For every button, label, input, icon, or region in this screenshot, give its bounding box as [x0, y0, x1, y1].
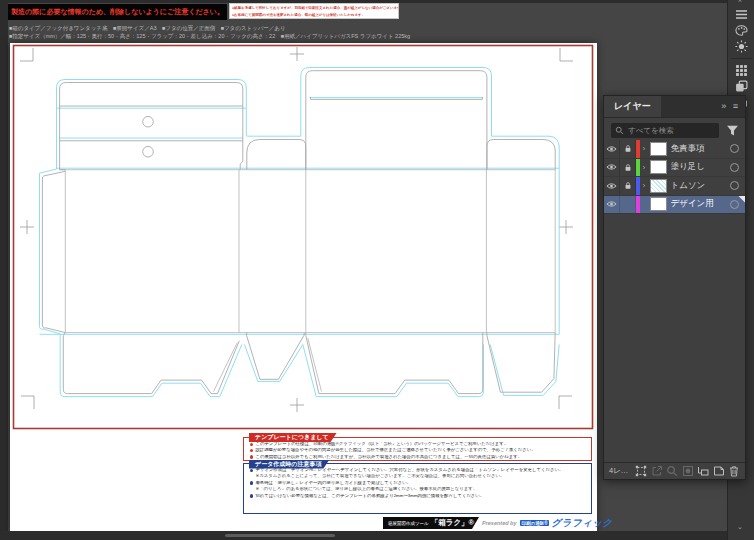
layer-row-tomson[interactable]: › トムソン: [604, 177, 745, 196]
layer-color-bar: [636, 196, 640, 214]
target-circle[interactable]: [730, 144, 739, 153]
layers-panel-header: レイヤー » ≡: [604, 96, 745, 118]
filter-icon[interactable]: [726, 124, 739, 137]
new-layer-button[interactable]: [713, 465, 725, 477]
visibility-toggle[interactable]: [604, 140, 620, 158]
template-bullet: このテンプレートの仕様は、印刷の通販®グラフィック（以下「当社」という）のパッケ…: [250, 442, 591, 447]
collect-for-export-button[interactable]: [635, 465, 647, 477]
layer-row-menseki[interactable]: › 免責事項: [604, 140, 745, 159]
layer-name[interactable]: 塗り足し: [671, 161, 731, 173]
target-circle[interactable]: [730, 200, 739, 209]
hook-hole: [143, 116, 154, 127]
properties-panel-icon[interactable]: [735, 8, 748, 21]
layer-thumbnail[interactable]: [650, 142, 667, 156]
layer-row-nuritashi[interactable]: › 塗り足し: [604, 159, 745, 178]
lock-toggle[interactable]: [620, 177, 636, 195]
illustrator-window: 製造の際に必要な情報のため、削除しないようにご注意ください。 ●紙厚を考慮して設…: [0, 0, 754, 540]
notes-bullet-text: 着色時は「塗り足し」レイヤー内の塗り足しガイド線まで延ばしてください。: [255, 481, 411, 486]
paper-notice-line: ●お客様にて展開図の寸法を改変された場合、箱の組上がりは保証いたしかねます。: [232, 12, 396, 19]
visibility-toggle[interactable]: [604, 196, 620, 214]
brand-badge: 印刷の通販®: [520, 520, 550, 526]
target-circle[interactable]: [730, 163, 739, 172]
visibility-toggle[interactable]: [604, 177, 620, 195]
expand-chevron-icon[interactable]: ›: [640, 182, 649, 189]
bullet-dot-icon: [250, 443, 253, 446]
template-bullet-text: この展開図は当社以外でもご利用いただけますが、当社以外で製造された場合の不具合に…: [255, 455, 522, 460]
current-layer-indicator: [738, 196, 745, 203]
visibility-toggle[interactable]: [604, 159, 620, 177]
layer-name[interactable]: トムソン: [671, 180, 731, 192]
horizontal-scrollbar-thumb[interactable]: [225, 534, 335, 537]
crop-marks: [20, 47, 573, 412]
layer-thumbnail[interactable]: [650, 197, 667, 211]
layers-search[interactable]: [611, 123, 719, 138]
template-bullet: 設計調整が必要な場合やその他の問題が発生した際は、当社で修正またはご連絡させてい…: [250, 448, 591, 453]
color-guide-panel-icon[interactable]: [735, 40, 748, 53]
panel-collapse-icon[interactable]: »: [721, 101, 728, 111]
bottom-flap-3: [306, 333, 483, 394]
new-sublayer-button[interactable]: [697, 465, 709, 477]
expand-chevron-icon[interactable]: ›: [640, 164, 649, 171]
notes-bullet: 切れてはいけない必要な情報などは、このテンプレートの各罫線より2mm〜3mm内側…: [250, 494, 591, 499]
bullet-dot-icon: [250, 494, 253, 497]
panel-menu-icon[interactable]: ≡: [733, 101, 740, 111]
notes-bullet: 着色時は「塗り足し」レイヤー内の塗り足しガイド線まで延ばしてください。: [250, 481, 591, 486]
swatches-panel-icon[interactable]: [735, 64, 748, 77]
notes-subnote: ※カスタムされることによって、当社にて製造できない場合がございます。ご不安な場合…: [250, 474, 591, 479]
clipping-mask-button[interactable]: [682, 465, 694, 477]
release-to-layers-button[interactable]: [651, 465, 663, 477]
paper-notice-box: ●紙厚を考慮して設計しておりますが、別用紙で印刷注文された場合、蓋が組上がらない…: [229, 3, 399, 19]
bottom-flap-1: [63, 333, 239, 394]
hook-hole: [143, 146, 154, 157]
glue-flap: [42, 171, 65, 332]
notes-bullet: デザイン作成は「デザイン用」レイヤーへデザインしてください。穴窓付など、形状をカ…: [250, 468, 591, 473]
horizontal-scrollbar-track[interactable]: [0, 531, 727, 540]
presented-by-label: Presented by: [482, 520, 517, 526]
layer-row-design[interactable]: デザイン用: [604, 196, 745, 215]
layer-count: 4レ…: [609, 466, 628, 476]
lock-toggle[interactable]: [620, 140, 636, 158]
locate-object-button[interactable]: [666, 465, 678, 477]
template-bullet: この展開図は当社以外でもご利用いただけますが、当社以外で製造された場合の不具合に…: [250, 455, 591, 460]
dock-scroll-down-icon[interactable]: ⌄: [737, 524, 743, 530]
template-bullet-text: このテンプレートの仕様は、印刷の通販®グラフィック（以下「当社」という）のパッケ…: [255, 442, 508, 447]
back-flap: [306, 71, 487, 170]
notes-subnote-text: ※「のりしろ」のある形状については、塗り足し線以上の着色はご遠慮ください。接着不…: [256, 487, 478, 492]
symbols-panel-icon[interactable]: [735, 80, 748, 93]
layer-thumbnail[interactable]: [650, 160, 667, 174]
target-circle[interactable]: [730, 181, 739, 190]
dock-divider: [731, 58, 752, 59]
tool-label: 箱展開図作成ツール: [388, 521, 429, 526]
notes-box-title: データ作成時の注意事項: [249, 460, 329, 469]
data-notes-box: デザイン作成は「デザイン用」レイヤーへデザインしてください。穴窓付など、形状をカ…: [243, 463, 592, 514]
expand-chevron-icon[interactable]: ›: [640, 145, 649, 152]
cut-lines: [42, 71, 555, 394]
lock-toggle[interactable]: [620, 159, 636, 177]
layer-thumbnail[interactable]: [650, 179, 667, 193]
layers-search-input[interactable]: [628, 126, 715, 135]
layer-name[interactable]: デザイン用: [671, 198, 731, 210]
paper-notice-line: ●紙厚を考慮して設計しておりますが、別用紙で印刷注文された場合、蓋が組上がらない…: [232, 5, 396, 12]
lock-toggle[interactable]: [620, 196, 636, 214]
tuck-flap-left: [247, 140, 306, 170]
color-panel-icon[interactable]: [735, 24, 748, 37]
box-spec-line-2: ■指定サイズ（mm）／幅：125・奥行：50・高さ：125・フラップ：20・差し…: [9, 33, 594, 40]
layers-panel: レイヤー » ≡ › 免責事項: [603, 95, 746, 480]
delete-layer-button[interactable]: [728, 465, 740, 477]
layers-panel-tab[interactable]: レイヤー: [604, 96, 661, 117]
layer-name[interactable]: 免責事項: [671, 143, 731, 155]
dock-collapse-icon[interactable]: ⌃: [737, 0, 743, 6]
bullet-dot-icon: [250, 449, 253, 452]
bullet-dot-icon: [250, 481, 253, 484]
bullet-dot-icon: [250, 455, 253, 458]
trim-border: [14, 46, 593, 429]
template-bullet-text: 設計調整が必要な場合やその他の問題が発生した際は、当社で修正またはご連絡させてい…: [255, 448, 535, 453]
notes-subnote: ※「のりしろ」のある形状については、塗り足し線以上の着色はご遠慮ください。接着不…: [250, 487, 591, 492]
dieline-diagram: [10, 43, 597, 431]
production-warning-banner: 製造の際に必要な情報のため、削除しないようにご注意ください。: [8, 4, 227, 20]
tool-name: 「箱ラク」®: [431, 518, 474, 528]
window-chrome-left: [0, 0, 8, 540]
notes-bullet-text: デザイン作成は「デザイン用」レイヤーへデザインしてください。穴窓付など、形状をカ…: [255, 468, 563, 473]
tool-ribbon: 箱展開図作成ツール 「箱ラク」®: [383, 517, 479, 529]
tuck-flap-right: [487, 140, 555, 170]
